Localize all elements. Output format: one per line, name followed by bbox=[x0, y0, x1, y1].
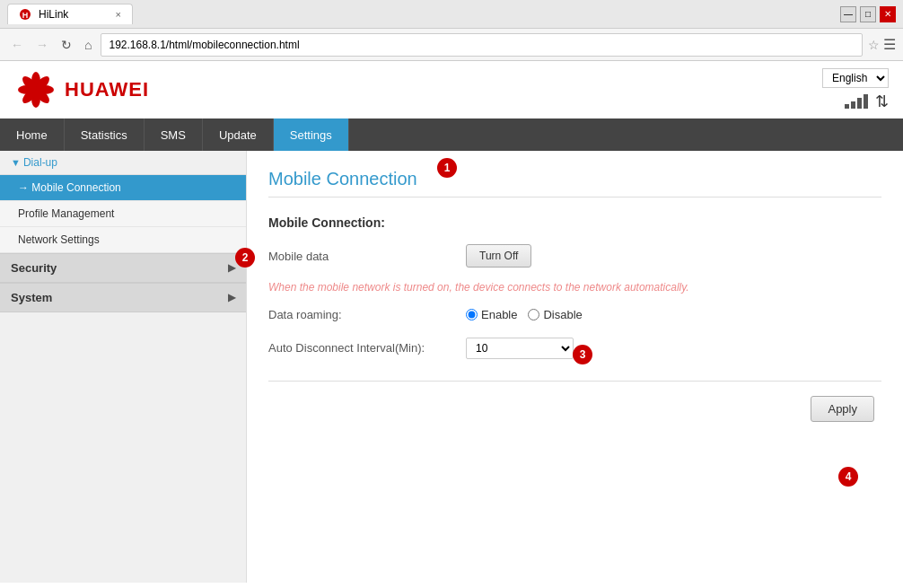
sidebar-dialup-label[interactable]: ▼ Dial-up bbox=[0, 151, 246, 175]
main-content: ▼ Dial-up → Mobile Connection Profile Ma… bbox=[0, 151, 903, 583]
sidebar-item-mobile-connection[interactable]: → Mobile Connection bbox=[0, 175, 246, 201]
page-header: HUAWEI English 中文 ⇅ bbox=[0, 61, 903, 118]
svg-text:H: H bbox=[22, 11, 29, 20]
language-select[interactable]: English 中文 bbox=[822, 68, 889, 88]
auto-disconnect-label: Auto Disconnect Interval(Min): bbox=[268, 341, 466, 355]
sidebar-section-system: System ▶ bbox=[0, 283, 246, 312]
auto-disconnect-select[interactable]: 10 20 30 60 Never bbox=[466, 338, 574, 359]
auto-disconnect-control: 10 20 30 60 Never bbox=[466, 338, 881, 359]
nav-item-settings[interactable]: Settings bbox=[274, 118, 349, 151]
back-button[interactable]: ← bbox=[7, 36, 27, 54]
note-text: When the mobile network is turned on, th… bbox=[268, 280, 881, 295]
huawei-flower-icon bbox=[14, 68, 57, 111]
home-button[interactable]: ⌂ bbox=[81, 36, 95, 54]
tab-favicon: H bbox=[19, 8, 31, 21]
mobile-data-control: Turn Off bbox=[466, 244, 881, 268]
window-controls: — □ ✕ bbox=[840, 6, 896, 22]
nav-item-update[interactable]: Update bbox=[203, 118, 274, 151]
form-divider bbox=[268, 381, 881, 382]
nav-bar: Home Statistics SMS Update Settings bbox=[0, 118, 903, 151]
bookmark-icon[interactable]: ☆ bbox=[868, 38, 880, 52]
system-chevron-icon: ▶ bbox=[228, 292, 235, 303]
data-roaming-row: Data roaming: Enable Disable bbox=[268, 304, 881, 325]
button-row: Apply bbox=[268, 396, 881, 422]
logo-text: HUAWEI bbox=[65, 78, 149, 101]
sidebar-section-security: Security ▶ bbox=[0, 253, 246, 283]
browser-titlebar: H HiLink × — □ ✕ bbox=[0, 0, 903, 29]
browser-actions: ☆ ☰ bbox=[868, 36, 896, 53]
content-area: Mobile Connection Mobile Connection: Mob… bbox=[247, 151, 903, 583]
sidebar-section-dialup: ▼ Dial-up → Mobile Connection Profile Ma… bbox=[0, 151, 246, 253]
security-header[interactable]: Security ▶ bbox=[0, 253, 246, 283]
huawei-logo: HUAWEI bbox=[14, 68, 149, 111]
system-label: System bbox=[11, 291, 52, 304]
mobile-data-row: Mobile data Turn Off bbox=[268, 241, 881, 271]
mobile-data-label: Mobile data bbox=[268, 250, 466, 263]
data-roaming-control: Enable Disable bbox=[466, 308, 881, 321]
sidebar: ▼ Dial-up → Mobile Connection Profile Ma… bbox=[0, 151, 247, 583]
minimize-button[interactable]: — bbox=[840, 6, 856, 22]
signal-bar-3 bbox=[857, 98, 862, 109]
tab-close-button[interactable]: × bbox=[116, 9, 121, 20]
signal-bar-4 bbox=[864, 94, 868, 109]
browser-toolbar: ← → ↻ ⌂ ☆ ☰ bbox=[0, 29, 903, 61]
menu-icon[interactable]: ☰ bbox=[883, 36, 896, 53]
content-title: Mobile Connection bbox=[268, 169, 881, 197]
dialup-arrow: ▼ bbox=[11, 157, 23, 168]
auto-disconnect-row: Auto Disconnect Interval(Min): 10 20 30 … bbox=[268, 334, 881, 363]
profile-management-label: Profile Management bbox=[18, 207, 114, 220]
network-settings-label: Network Settings bbox=[18, 233, 100, 246]
security-label: Security bbox=[11, 261, 57, 275]
page-wrapper: HUAWEI English 中文 ⇅ Home Statistics SMS … bbox=[0, 61, 903, 588]
signal-bar-1 bbox=[845, 104, 849, 109]
nav-item-sms[interactable]: SMS bbox=[145, 118, 203, 151]
mobile-connection-label: Mobile Connection bbox=[31, 181, 120, 194]
close-button[interactable]: ✕ bbox=[880, 6, 896, 22]
signal-bars bbox=[845, 94, 868, 109]
enable-radio-label[interactable]: Enable bbox=[466, 308, 517, 321]
system-header[interactable]: System ▶ bbox=[0, 283, 246, 312]
signal-area: ⇅ bbox=[845, 92, 889, 111]
browser-tab[interactable]: H HiLink × bbox=[7, 4, 133, 24]
forward-button[interactable]: → bbox=[32, 36, 52, 54]
signal-bar-2 bbox=[851, 101, 855, 109]
sidebar-item-network-settings[interactable]: Network Settings bbox=[0, 227, 246, 253]
turn-off-button[interactable]: Turn Off bbox=[466, 244, 531, 268]
tab-title: HiLink bbox=[39, 8, 68, 21]
refresh-button[interactable]: ↻ bbox=[57, 36, 75, 54]
nav-item-home[interactable]: Home bbox=[0, 118, 65, 151]
nav-item-statistics[interactable]: Statistics bbox=[65, 118, 145, 151]
disable-radio[interactable] bbox=[528, 309, 539, 320]
active-arrow-icon: → bbox=[18, 181, 31, 194]
section-title: Mobile Connection: bbox=[268, 215, 881, 230]
form-section: Mobile Connection: Mobile data Turn Off … bbox=[268, 215, 881, 363]
maximize-button[interactable]: □ bbox=[860, 6, 876, 22]
address-bar[interactable] bbox=[101, 33, 863, 57]
disable-text: Disable bbox=[543, 308, 582, 321]
enable-text: Enable bbox=[481, 308, 517, 321]
dialup-text: Dial-up bbox=[23, 156, 57, 169]
header-right: English 中文 ⇅ bbox=[822, 68, 889, 111]
transfer-icon: ⇅ bbox=[875, 92, 889, 111]
data-roaming-label: Data roaming: bbox=[268, 308, 466, 321]
apply-button[interactable]: Apply bbox=[811, 396, 874, 422]
sidebar-item-profile-management[interactable]: Profile Management bbox=[0, 201, 246, 227]
enable-radio[interactable] bbox=[466, 309, 478, 320]
security-chevron-icon: ▶ bbox=[228, 262, 235, 274]
disable-radio-label[interactable]: Disable bbox=[528, 308, 582, 321]
